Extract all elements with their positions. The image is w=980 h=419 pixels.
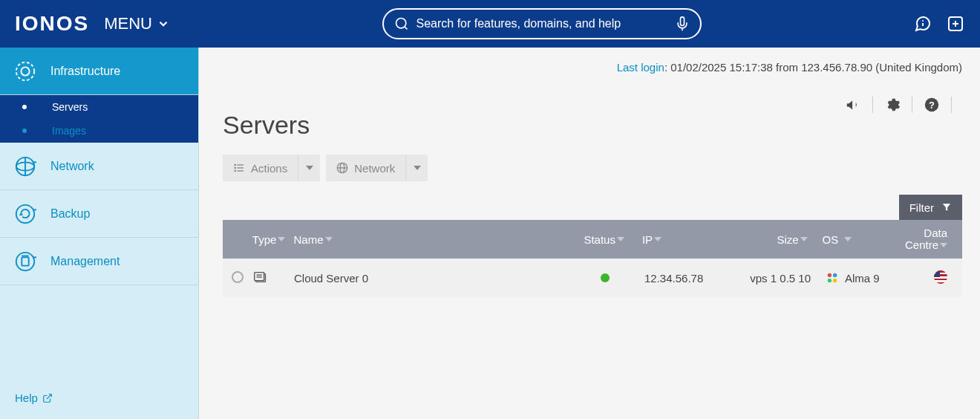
chat-icon bbox=[914, 15, 932, 33]
svg-point-8 bbox=[21, 67, 29, 75]
svg-marker-28 bbox=[306, 166, 313, 170]
sidebar-label-infrastructure: Infrastructure bbox=[50, 65, 120, 78]
settings-button[interactable] bbox=[883, 96, 901, 114]
svg-marker-35 bbox=[325, 237, 333, 241]
column-status[interactable]: Status bbox=[581, 233, 633, 246]
sidebar-item-images[interactable]: Images bbox=[0, 119, 198, 143]
svg-rect-16 bbox=[22, 257, 28, 265]
flag-us-icon bbox=[934, 270, 947, 284]
network-dropdown[interactable] bbox=[405, 155, 428, 181]
last-login-link[interactable]: Last login bbox=[617, 61, 664, 74]
add-button[interactable] bbox=[946, 14, 965, 33]
svg-marker-32 bbox=[414, 166, 421, 170]
sidebar-label-images: Images bbox=[52, 125, 86, 137]
svg-marker-37 bbox=[654, 237, 662, 241]
filter-button[interactable]: Filter bbox=[899, 195, 962, 220]
filter-icon bbox=[941, 202, 952, 212]
menu-label: MENU bbox=[104, 14, 152, 33]
column-datacentre[interactable]: Data Centre bbox=[905, 227, 962, 252]
backup-icon bbox=[13, 202, 37, 226]
sidebar-item-management[interactable]: Management bbox=[0, 238, 198, 285]
plus-square-icon bbox=[947, 15, 964, 33]
actions-button[interactable]: Actions bbox=[223, 155, 298, 181]
filter-label: Filter bbox=[909, 201, 934, 214]
svg-point-25 bbox=[235, 164, 235, 165]
svg-point-27 bbox=[235, 170, 235, 171]
svg-point-0 bbox=[396, 19, 405, 28]
column-type[interactable]: Type bbox=[252, 233, 294, 246]
action-bar: Actions Network bbox=[199, 140, 980, 181]
microphone-icon[interactable] bbox=[675, 16, 690, 31]
menu-button[interactable]: MENU bbox=[104, 14, 170, 33]
svg-point-46 bbox=[833, 273, 837, 277]
gear-icon bbox=[884, 97, 901, 113]
sidebar-item-backup[interactable]: Backup bbox=[0, 190, 198, 238]
svg-point-2 bbox=[922, 20, 924, 22]
actions-button-group: Actions bbox=[223, 155, 320, 181]
infrastructure-icon bbox=[13, 59, 37, 83]
page-title: Servers bbox=[199, 111, 980, 140]
chat-button[interactable] bbox=[913, 14, 932, 33]
svg-line-19 bbox=[47, 394, 51, 398]
column-size[interactable]: Size bbox=[736, 233, 807, 246]
actions-dropdown[interactable] bbox=[298, 155, 320, 181]
svg-marker-36 bbox=[617, 237, 624, 241]
os-icon bbox=[826, 271, 839, 285]
question-circle-icon: ? bbox=[924, 97, 940, 113]
sidebar-item-infrastructure[interactable]: Infrastructure bbox=[0, 48, 198, 95]
svg-point-13 bbox=[16, 204, 34, 222]
column-name[interactable]: Name bbox=[294, 233, 582, 246]
status-indicator bbox=[601, 273, 610, 282]
svg-marker-33 bbox=[943, 204, 951, 210]
sidebar: Infrastructure Servers Images Network Ba… bbox=[0, 48, 199, 419]
caret-down-icon bbox=[414, 164, 421, 172]
globe-icon bbox=[336, 162, 348, 174]
actions-label: Actions bbox=[251, 162, 287, 175]
network-button[interactable]: Network bbox=[326, 155, 405, 181]
main-content: Last login: 01/02/2025 15:17:38 from 123… bbox=[199, 48, 980, 419]
sidebar-item-network[interactable]: Network bbox=[0, 143, 198, 190]
svg-point-26 bbox=[235, 167, 235, 168]
svg-point-48 bbox=[833, 279, 837, 282]
help-button[interactable]: ? bbox=[923, 96, 941, 114]
network-icon bbox=[13, 155, 37, 178]
row-select-radio[interactable] bbox=[232, 271, 244, 283]
top-bar: IONOS MENU bbox=[0, 0, 980, 48]
svg-line-1 bbox=[405, 27, 407, 29]
caret-down-icon bbox=[306, 164, 313, 172]
search-box[interactable] bbox=[382, 8, 702, 39]
table-header: Type Name Status IP Size OS Data Centre bbox=[223, 220, 962, 259]
svg-point-47 bbox=[828, 279, 832, 282]
last-login-text: : 01/02/2025 15:17:38 from 123.456.78.90… bbox=[664, 61, 962, 74]
svg-marker-34 bbox=[278, 237, 285, 241]
column-ip[interactable]: IP bbox=[633, 233, 736, 246]
cell-ip: 12.34.56.78 bbox=[636, 272, 739, 285]
help-link[interactable]: Help bbox=[0, 377, 198, 419]
svg-rect-42 bbox=[255, 272, 264, 280]
search-icon bbox=[394, 16, 409, 31]
sidebar-label-backup: Backup bbox=[50, 207, 90, 221]
cell-name: Cloud Server 0 bbox=[294, 272, 584, 285]
divider bbox=[951, 97, 952, 113]
sidebar-label-network: Network bbox=[50, 160, 94, 173]
svg-text:?: ? bbox=[929, 100, 935, 111]
megaphone-icon bbox=[845, 97, 861, 113]
svg-point-15 bbox=[16, 252, 34, 270]
list-icon bbox=[233, 162, 245, 174]
announcements-button[interactable] bbox=[844, 96, 862, 114]
external-link-icon bbox=[42, 393, 53, 403]
servers-table: Type Name Status IP Size OS Data Centre … bbox=[223, 220, 962, 297]
divider bbox=[872, 97, 873, 113]
divider bbox=[912, 97, 912, 113]
sidebar-item-servers[interactable]: Servers bbox=[0, 95, 198, 119]
svg-marker-38 bbox=[800, 237, 808, 241]
logo: IONOS bbox=[15, 12, 89, 36]
table-row[interactable]: Cloud Server 0 12.34.56.78 vps 1 0.5 10 … bbox=[223, 259, 962, 297]
network-label: Network bbox=[354, 162, 395, 175]
search-input[interactable] bbox=[416, 17, 667, 30]
cell-os: Alma 9 bbox=[845, 272, 880, 285]
sidebar-submenu: Servers Images bbox=[0, 95, 198, 143]
help-label: Help bbox=[15, 392, 38, 404]
column-os[interactable]: OS bbox=[808, 233, 905, 246]
svg-marker-39 bbox=[844, 237, 852, 241]
